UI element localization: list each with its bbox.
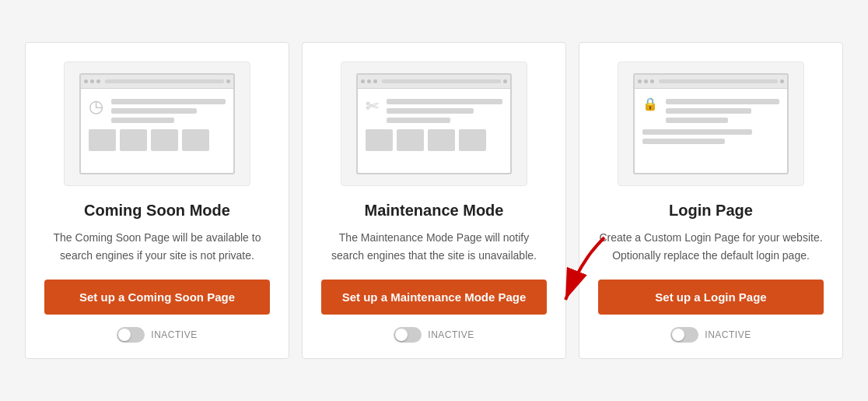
wireframe-blocks [635, 129, 787, 150]
line-3 [666, 118, 728, 123]
coming-soon-description: The Coming Soon Page will be available t… [44, 229, 270, 264]
coming-soon-footer: INACTIVE [117, 327, 197, 343]
login-title: Login Page [669, 202, 753, 220]
browser-dot [361, 79, 365, 83]
coming-soon-button[interactable]: Set up a Coming Soon Page [44, 280, 270, 315]
line-1 [111, 99, 226, 104]
login-card: 🔒 Login Page Create a Custom Login Page [579, 42, 843, 359]
wireframe-login: 🔒 [633, 73, 789, 174]
login-toggle[interactable] [670, 327, 698, 343]
block-2 [397, 129, 424, 151]
maintenance-description: The Maintenance Mode Page will notify se… [321, 229, 547, 264]
browser-dot [96, 79, 100, 83]
login-field-1 [642, 129, 752, 135]
wireframe-maintenance: ✄ [356, 73, 512, 174]
line-2 [111, 108, 197, 114]
line-2 [387, 108, 474, 114]
line-1 [666, 99, 779, 104]
login-footer: INACTIVE [670, 327, 751, 343]
maintenance-status: INACTIVE [428, 329, 474, 340]
line-3 [111, 118, 174, 123]
block-4 [459, 129, 486, 151]
toggle-knob [672, 329, 684, 341]
browser-dot [644, 79, 648, 83]
maintenance-button[interactable]: Set up a Maintenance Mode Page [321, 280, 547, 315]
coming-soon-preview: ◷ [64, 62, 250, 186]
coming-soon-card: ◷ Coming Soon Mode [25, 42, 289, 359]
browser-dot [367, 79, 371, 83]
wireframe-blocks [81, 129, 233, 157]
browser-menu-dot [780, 79, 784, 83]
maintenance-title: Maintenance Mode [365, 202, 504, 220]
clock-icon: ◷ [89, 98, 103, 115]
coming-soon-title: Coming Soon Mode [84, 202, 230, 220]
lock-icon: 🔒 [642, 98, 658, 111]
block-3 [428, 129, 455, 151]
block-3 [151, 129, 178, 151]
browser-dot [650, 79, 654, 83]
login-preview: 🔒 [618, 62, 804, 186]
wireframe-text-lines [666, 97, 779, 123]
browser-url-bar [382, 79, 501, 83]
wireframe-blocks [358, 129, 510, 157]
toggle-knob [118, 329, 131, 341]
coming-soon-status: INACTIVE [151, 329, 197, 340]
login-description: Create a Custom Login Page for your webs… [598, 229, 824, 264]
wireframe-text-lines [111, 97, 226, 123]
browser-url-bar [659, 79, 778, 83]
block-1 [366, 129, 393, 151]
line-2 [666, 108, 751, 114]
login-field-2 [642, 139, 725, 144]
wrench-icon: ✄ [366, 98, 379, 114]
cards-container: ◷ Coming Soon Mode [3, 26, 865, 375]
browser-dot [84, 79, 88, 83]
browser-dot [373, 79, 377, 83]
login-status: INACTIVE [705, 329, 751, 340]
coming-soon-toggle[interactable] [117, 327, 145, 343]
maintenance-card: ✄ Maintenance Mode [302, 42, 566, 359]
wireframe-text-lines [387, 97, 502, 123]
browser-url-bar [105, 79, 224, 83]
block-2 [120, 129, 147, 151]
line-1 [387, 99, 502, 104]
browser-menu-dot [226, 79, 230, 83]
login-button[interactable]: Set up a Login Page [598, 280, 824, 315]
browser-menu-dot [503, 79, 507, 83]
block-1 [89, 129, 116, 151]
maintenance-toggle[interactable] [394, 327, 422, 343]
maintenance-preview: ✄ [341, 62, 527, 186]
browser-dot [638, 79, 642, 83]
toggle-knob [395, 329, 408, 341]
browser-dot [90, 79, 94, 83]
maintenance-footer: INACTIVE [394, 327, 474, 343]
line-3 [387, 118, 450, 123]
block-4 [182, 129, 209, 151]
wireframe-coming-soon: ◷ [79, 73, 235, 174]
